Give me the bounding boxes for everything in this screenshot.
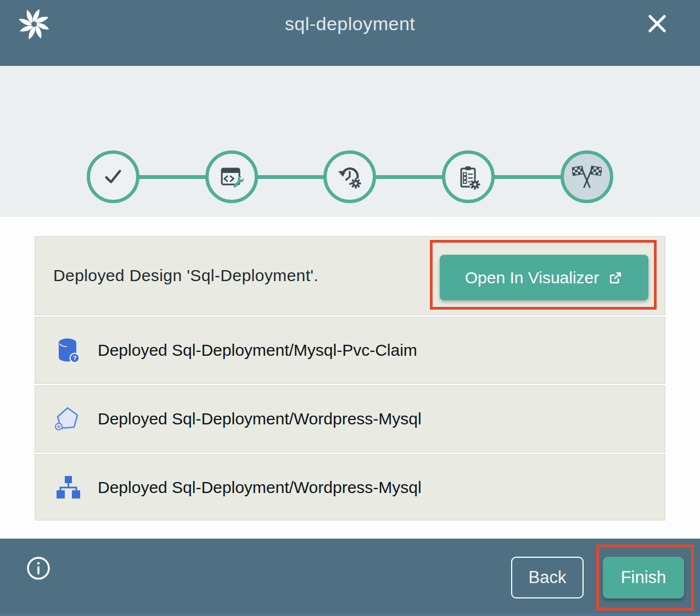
deployment-stepper: Validate Design Identify Environments Dr…	[0, 66, 700, 217]
step-validate-design[interactable]	[87, 150, 139, 203]
deployed-resource-row: ? Deployed Sql-Deployment/Mysql-Pvc-Clai…	[35, 317, 665, 384]
info-icon	[26, 556, 51, 580]
step-finalize-deployment[interactable]	[442, 150, 495, 203]
open-in-visualizer-button[interactable]: Open In Visualizer	[440, 255, 648, 300]
open-in-visualizer-label: Open In Visualizer	[465, 268, 600, 287]
step-finish[interactable]	[561, 150, 613, 203]
info-button[interactable]	[26, 556, 51, 580]
deployed-resource-text: Deployed Sql-Deployment/Mysql-Pvc-Claim	[98, 341, 417, 360]
check-icon	[100, 164, 126, 189]
workload-tree-icon	[54, 473, 82, 502]
dialog-footer: Back Finish	[0, 539, 700, 613]
deployed-design-row: Deployed Design 'Sql-Deployment'. Open I…	[35, 236, 665, 315]
deployment-wizard-dialog: sql-deployment	[0, 0, 700, 616]
step-identify-environments[interactable]	[205, 150, 258, 203]
sync-gear-icon	[337, 164, 363, 190]
finish-flags-icon	[572, 162, 602, 192]
deployment-results: Deployed Design 'Sql-Deployment'. Open I…	[0, 217, 700, 539]
deployed-resource-row: Deployed Sql-Deployment/Wordpress-Mysql	[35, 385, 665, 452]
bottom-edge-strip	[0, 613, 700, 616]
external-link-icon	[608, 270, 623, 285]
deployed-resource-text: Deployed Sql-Deployment/Wordpress-Mysql	[98, 478, 422, 497]
dialog-title: sql-deployment	[0, 13, 700, 35]
deployed-resource-row: Deployed Sql-Deployment/Wordpress-Mysql	[35, 454, 665, 520]
deployed-design-message: Deployed Design 'Sql-Deployment'.	[53, 266, 318, 285]
checklist-gear-icon	[455, 164, 481, 190]
service-pentagon-icon	[54, 405, 82, 433]
close-icon	[645, 12, 669, 36]
database-icon: ?	[54, 336, 82, 365]
step-dry-run[interactable]	[323, 150, 376, 203]
dialog-header: sql-deployment	[0, 0, 700, 66]
close-button[interactable]	[641, 8, 673, 40]
finish-button[interactable]: Finish	[603, 557, 684, 598]
svg-text:?: ?	[73, 355, 77, 361]
deployed-resource-text: Deployed Sql-Deployment/Wordpress-Mysql	[98, 410, 422, 428]
code-tools-icon	[219, 164, 245, 190]
back-button[interactable]: Back	[511, 557, 584, 598]
